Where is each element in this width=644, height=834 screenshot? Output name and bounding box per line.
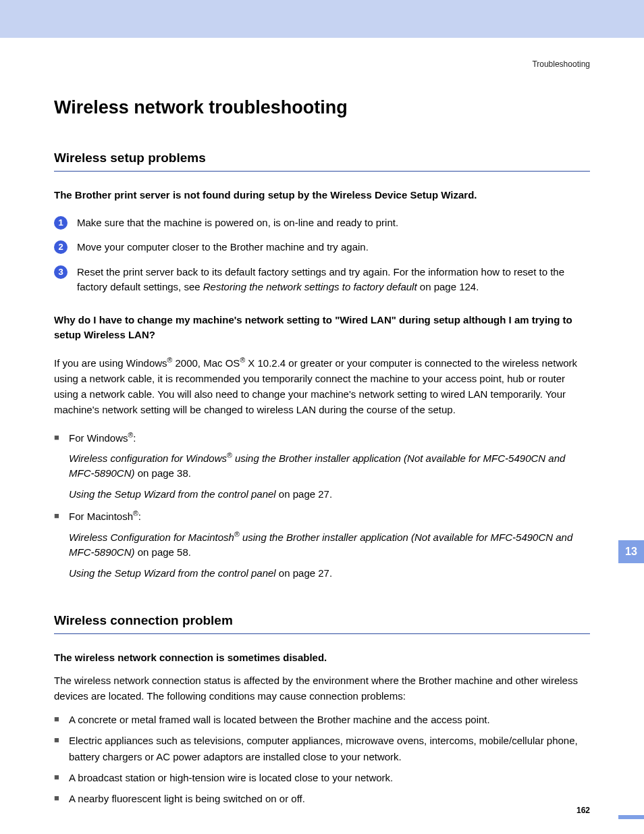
page-number: 162 xyxy=(576,806,590,815)
section-heading-setup: Wireless setup problems xyxy=(54,151,590,165)
section-rule xyxy=(54,171,590,172)
registered-mark: ® xyxy=(133,509,138,517)
cross-reference-link[interactable]: Restoring the network settings to factor… xyxy=(203,281,417,292)
step-text: Make sure that the machine is powered on… xyxy=(77,215,590,231)
step-number-icon: 3 xyxy=(54,265,68,279)
list-item: Electric appliances such as televisions,… xyxy=(54,733,590,764)
body-paragraph: If you are using Windows® 2000, Mac OS® … xyxy=(54,355,590,418)
list-item: A concrete or metal framed wall is locat… xyxy=(54,712,590,727)
text-run: on page 58. xyxy=(135,546,191,558)
footer-accent-bar xyxy=(618,815,644,819)
list-item: A broadcast station or high-tension wire… xyxy=(54,770,590,785)
registered-mark: ® xyxy=(234,530,240,538)
text-run: : xyxy=(133,432,136,444)
text-run: on page 124. xyxy=(417,281,479,292)
issue-heading-wired-lan: Why do I have to change my machine's net… xyxy=(54,313,590,343)
conditions-list: A concrete or metal framed wall is locat… xyxy=(54,712,590,806)
top-band xyxy=(0,0,644,38)
list-item-macintosh: For Macintosh®: Wireless Configuration f… xyxy=(54,509,590,581)
step-item: 2 Move your computer closer to the Broth… xyxy=(54,240,590,255)
text-run: For Windows xyxy=(69,432,128,444)
page-title: Wireless network troubleshooting xyxy=(54,97,590,118)
cross-reference: Using the Setup Wizard from the control … xyxy=(69,487,590,502)
issue-heading-not-found: The Brother print server is not found du… xyxy=(54,188,590,203)
text-run: For Macintosh xyxy=(69,511,133,522)
text-run: 2000, Mac OS xyxy=(172,357,240,369)
step-text: Reset the print server back to its defau… xyxy=(77,265,590,295)
section-rule xyxy=(54,633,590,634)
step-item: 1 Make sure that the machine is powered … xyxy=(54,215,590,231)
list-item-windows: For Windows®: Wireless configuration for… xyxy=(54,430,590,502)
numbered-steps: 1 Make sure that the machine is powered … xyxy=(54,215,590,295)
registered-mark: ® xyxy=(227,451,232,459)
text-run: on page 38. xyxy=(135,467,191,479)
section-heading-connection: Wireless connection problem xyxy=(54,613,590,628)
cross-reference-link[interactable]: Using the Setup Wizard from the control … xyxy=(69,488,276,500)
page-content: Troubleshooting Wireless network trouble… xyxy=(0,59,644,806)
text-run: : xyxy=(138,511,141,522)
text-run: on page 27. xyxy=(276,488,332,500)
list-item: A nearby fluorescent light is being swit… xyxy=(54,791,590,806)
registered-mark: ® xyxy=(240,356,245,364)
step-number-icon: 2 xyxy=(54,240,68,254)
step-text: Move your computer closer to the Brother… xyxy=(77,240,590,255)
running-header: Troubleshooting xyxy=(54,59,590,69)
platform-list: For Windows®: Wireless configuration for… xyxy=(54,430,590,581)
body-paragraph: The wireless network connection status i… xyxy=(54,673,590,704)
step-number-icon: 1 xyxy=(54,216,68,230)
sub-references: Wireless configuration for Windows® usin… xyxy=(69,451,590,502)
step-item: 3 Reset the print server back to its def… xyxy=(54,265,590,295)
text-run: on page 27. xyxy=(276,567,332,579)
cross-reference: Wireless configuration for Windows® usin… xyxy=(69,451,590,481)
cross-reference: Using the Setup Wizard from the control … xyxy=(69,566,590,581)
issue-heading-disabled: The wireless network connection is somet… xyxy=(54,650,590,666)
cross-reference: Wireless Configuration for Macintosh® us… xyxy=(69,530,590,561)
text-run: If you are using Windows xyxy=(54,357,167,369)
sub-references: Wireless Configuration for Macintosh® us… xyxy=(69,530,590,581)
cross-reference-link[interactable]: Using the Setup Wizard from the control … xyxy=(69,567,276,579)
